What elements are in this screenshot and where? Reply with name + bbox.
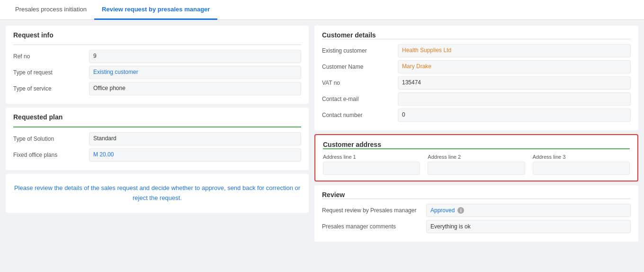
contact-email-value <box>398 92 631 106</box>
review-presales-row: Request review by Presales manager Appro… <box>322 204 631 217</box>
type-solution-row: Type of Solution Standard <box>13 132 301 145</box>
vat-no-value: 135474 <box>398 76 631 90</box>
review-presales-status: Approved <box>430 207 455 214</box>
requested-plan-card: Requested plan Type of Solution Standard… <box>6 108 309 170</box>
customer-name-value: Mary Drake <box>398 60 631 73</box>
vat-no-label: VAT no <box>322 80 398 86</box>
type-service-row: Type of service Office phone <box>13 82 301 95</box>
customer-details-card: Customer details Existing customer Healt… <box>314 26 638 130</box>
page: Presales process initiation Review reque… <box>0 0 644 272</box>
tab-review[interactable]: Review request by presales manager <box>94 0 217 20</box>
existing-customer-value: Health Supplies Ltd <box>398 44 631 57</box>
address-line-1-label: Address line 1 <box>323 154 420 160</box>
review-presales-label: Request review by Presales manager <box>322 207 426 214</box>
tab-presales[interactable]: Presales process initiation <box>8 0 94 20</box>
address-line-2-label: Address line 2 <box>428 154 525 160</box>
type-solution-label: Type of Solution <box>13 136 89 142</box>
customer-address-card: Customer address Address line 1 Address … <box>314 134 638 181</box>
address-line-2-col: Address line 2 <box>428 154 525 175</box>
request-info-title: Request info <box>13 31 301 41</box>
existing-customer-row: Existing customer Health Supplies Ltd <box>322 44 631 57</box>
info-icon[interactable]: i <box>457 207 464 214</box>
presales-comments-value: Everything is ok <box>426 220 631 233</box>
customer-address-title: Customer address <box>323 141 630 148</box>
fixed-office-value: M 20.00 <box>89 148 301 162</box>
ref-no-label: Ref no <box>13 53 89 60</box>
address-fields-row: Address line 1 Address line 2 Address li… <box>323 154 630 175</box>
tabs-bar: Presales process initiation Review reque… <box>0 0 644 20</box>
vat-no-row: VAT no 135474 <box>322 76 631 90</box>
info-message-text: Please review the details of the sales r… <box>14 184 300 201</box>
address-line-3-value <box>533 162 630 175</box>
customer-name-row: Customer Name Mary Drake <box>322 60 631 73</box>
customer-details-divider <box>322 39 631 39</box>
right-panel: Customer details Existing customer Healt… <box>314 26 638 242</box>
request-info-divider <box>13 45 301 45</box>
review-card: Review Request review by Presales manage… <box>314 185 638 242</box>
presales-comments-label: Presales manager comments <box>322 223 426 230</box>
left-panel: Request info Ref no 9 Type of request Ex… <box>6 26 309 242</box>
requested-plan-divider <box>13 127 301 127</box>
contact-email-row: Contact e-mail <box>322 92 631 106</box>
type-request-row: Type of request Existing customer <box>13 66 301 79</box>
address-line-3-col: Address line 3 <box>533 154 630 175</box>
review-presales-value: Approved i <box>426 204 631 217</box>
contact-number-value: 0 <box>398 109 631 122</box>
type-solution-value: Standard <box>89 132 301 145</box>
customer-address-divider <box>323 148 630 149</box>
ref-no-value: 9 <box>89 50 301 63</box>
type-request-label: Type of request <box>13 69 89 76</box>
customer-details-title: Customer details <box>322 31 631 39</box>
address-line-3-label: Address line 3 <box>533 154 630 160</box>
contact-number-row: Contact number 0 <box>322 109 631 122</box>
requested-plan-title: Requested plan <box>13 113 301 123</box>
main-content: Request info Ref no 9 Type of request Ex… <box>0 20 644 247</box>
existing-customer-label: Existing customer <box>322 47 398 54</box>
ref-no-row: Ref no 9 <box>13 50 301 63</box>
address-line-1-col: Address line 1 <box>323 154 420 175</box>
review-title: Review <box>322 191 631 199</box>
presales-comments-row: Presales manager comments Everything is … <box>322 220 631 233</box>
contact-email-label: Contact e-mail <box>322 96 398 102</box>
type-service-value: Office phone <box>89 82 301 95</box>
type-request-value: Existing customer <box>89 66 301 79</box>
fixed-office-row: Fixed office plans M 20.00 <box>13 148 301 162</box>
customer-name-label: Customer Name <box>322 63 398 70</box>
info-message-box: Please review the details of the sales r… <box>6 174 309 213</box>
address-line-1-value <box>323 162 420 175</box>
request-info-card: Request info Ref no 9 Type of request Ex… <box>6 26 309 104</box>
contact-number-label: Contact number <box>322 112 398 118</box>
type-service-label: Type of service <box>13 85 89 92</box>
review-divider <box>322 199 631 199</box>
fixed-office-label: Fixed office plans <box>13 152 89 158</box>
address-line-2-value <box>428 162 525 175</box>
